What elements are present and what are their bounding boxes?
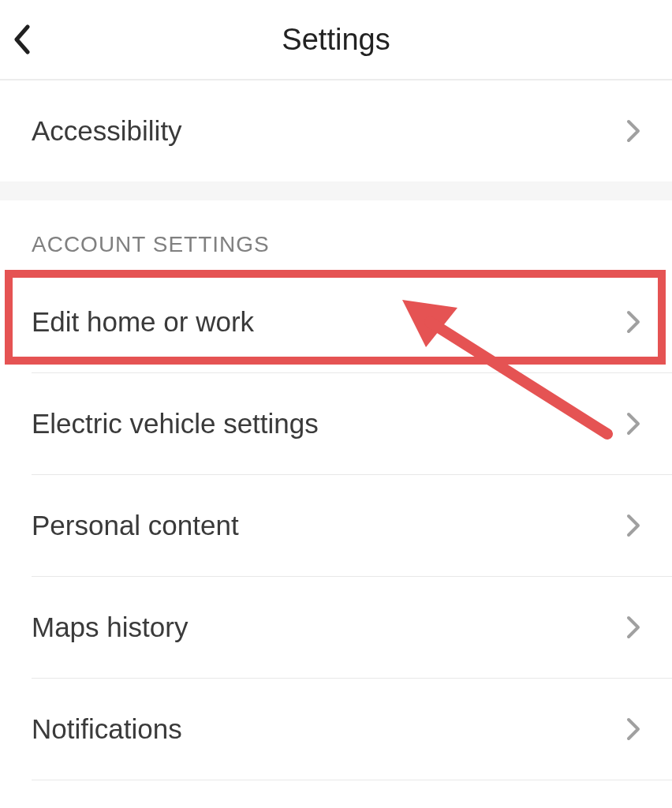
settings-row-notifications[interactable]: Notifications [0, 679, 672, 780]
header-bar: Settings [0, 0, 672, 80]
settings-row-electric-vehicle[interactable]: Electric vehicle settings [0, 373, 672, 474]
row-label: Accessibility [32, 115, 182, 147]
chevron-right-icon [626, 310, 640, 334]
account-settings-heading: ACCOUNT SETTINGS [0, 200, 672, 271]
divider [32, 780, 672, 780]
chevron-right-icon [626, 615, 640, 639]
section-gap [0, 181, 672, 200]
chevron-right-icon [626, 514, 640, 537]
settings-row-edit-home-or-work[interactable]: Edit home or work [0, 271, 672, 372]
settings-row-maps-history[interactable]: Maps history [0, 577, 672, 678]
row-label: Electric vehicle settings [32, 408, 319, 440]
row-label: Edit home or work [32, 306, 254, 338]
settings-row-accessibility[interactable]: Accessibility [0, 80, 672, 181]
row-label: Personal content [32, 510, 239, 541]
row-label: Notifications [32, 713, 182, 745]
chevron-right-icon [626, 119, 640, 143]
page-title: Settings [0, 23, 672, 57]
chevron-right-icon [626, 717, 640, 741]
chevron-right-icon [626, 412, 640, 436]
settings-row-personal-content[interactable]: Personal content [0, 475, 672, 576]
row-label: Maps history [32, 612, 188, 643]
